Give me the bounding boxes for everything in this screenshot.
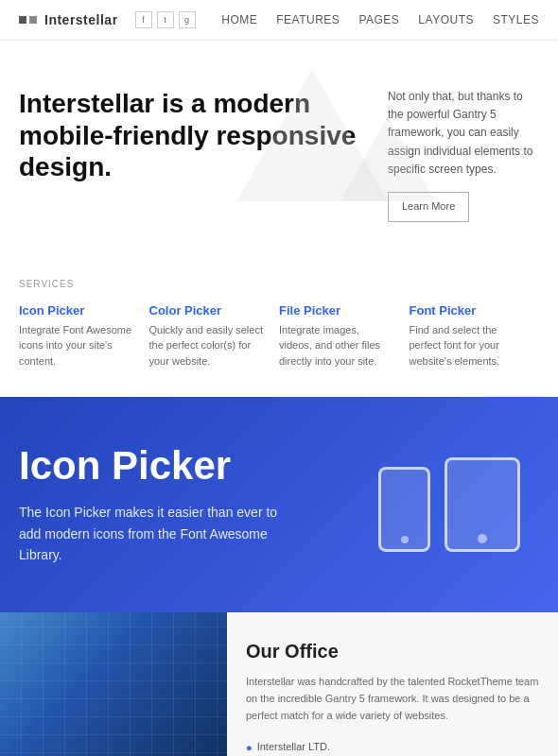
service-font-picker: Font Picker Find and select the perfect … bbox=[410, 303, 540, 369]
icon-picker-devices bbox=[378, 457, 520, 552]
office-title: Our Office bbox=[246, 641, 539, 662]
location-icon: ● bbox=[246, 739, 253, 756]
services-section: SERVICES Icon Picker Integrate Font Awes… bbox=[0, 260, 558, 398]
services-label: SERVICES bbox=[19, 279, 539, 289]
device-tablet-icon bbox=[445, 457, 520, 552]
office-info: ● Interstellar LTD. ul. Szarych Szeregów… bbox=[246, 738, 539, 756]
service-color-picker: Color Picker Quickly and easily select t… bbox=[149, 303, 280, 369]
service-icon-picker: Icon Picker Integrate Font Awesome icons… bbox=[19, 303, 149, 369]
service-color-picker-title: Color Picker bbox=[149, 303, 266, 318]
header: Interstellar f t g HOME FEATURES PAGES L… bbox=[0, 0, 558, 41]
service-icon-picker-desc: Integrate Font Awesome icons into your s… bbox=[19, 322, 135, 369]
hero-bg-triangle2 bbox=[340, 116, 435, 201]
company-name-item: ● Interstellar LTD. bbox=[246, 738, 539, 756]
office-building-image bbox=[0, 612, 227, 756]
hero-section: Interstellar is a modern mobile-friendly… bbox=[0, 41, 558, 260]
logo-area: Interstellar f t g bbox=[19, 11, 196, 28]
service-file-picker-desc: Integrate images, videos, and other file… bbox=[279, 322, 395, 369]
icon-picker-section: Icon Picker The Icon Picker makes it eas… bbox=[0, 397, 558, 612]
nav-features[interactable]: FEATURES bbox=[276, 13, 340, 26]
social-icons: f t g bbox=[135, 11, 196, 28]
nav-styles[interactable]: STYLES bbox=[493, 13, 539, 26]
service-icon-picker-title: Icon Picker bbox=[19, 303, 135, 318]
icon-picker-title: Icon Picker bbox=[19, 444, 378, 488]
service-font-picker-title: Font Picker bbox=[410, 303, 526, 318]
icon-picker-content: Icon Picker The Icon Picker makes it eas… bbox=[19, 444, 378, 565]
service-color-picker-desc: Quickly and easily select the perfect co… bbox=[149, 322, 266, 369]
facebook-icon[interactable]: f bbox=[135, 11, 152, 28]
icon-picker-description: The Icon Picker makes it easier than eve… bbox=[19, 502, 303, 565]
nav-home[interactable]: HOME bbox=[221, 13, 257, 26]
nav-layouts[interactable]: LAYOUTS bbox=[418, 13, 474, 26]
company-name: Interstellar LTD. bbox=[257, 738, 330, 756]
service-file-picker-title: File Picker bbox=[279, 303, 395, 318]
office-section: Our Office Interstellar was handcrafted … bbox=[0, 612, 558, 756]
device-phone-icon bbox=[378, 467, 430, 552]
logo-icon bbox=[19, 16, 37, 24]
logo-text: Interstellar bbox=[44, 12, 118, 27]
google-icon[interactable]: g bbox=[179, 11, 196, 28]
services-grid: Icon Picker Integrate Font Awesome icons… bbox=[19, 303, 539, 369]
nav-pages[interactable]: PAGES bbox=[358, 13, 399, 26]
service-file-picker: File Picker Integrate images, videos, an… bbox=[279, 303, 410, 369]
office-content: Our Office Interstellar was handcrafted … bbox=[227, 612, 558, 756]
office-description: Interstellar was handcrafted by the tale… bbox=[246, 674, 539, 724]
service-font-picker-desc: Find and select the perfect font for you… bbox=[410, 322, 526, 369]
twitter-icon[interactable]: t bbox=[157, 11, 174, 28]
main-nav: HOME FEATURES PAGES LAYOUTS STYLES bbox=[221, 13, 539, 26]
